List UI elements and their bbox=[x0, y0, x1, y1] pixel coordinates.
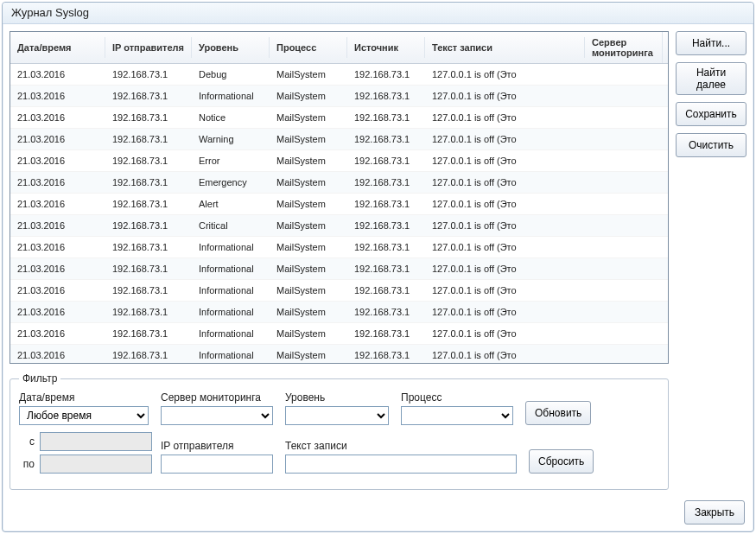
cell-text: 127.0.0.1 is off (Это bbox=[425, 323, 585, 344]
col-header-source[interactable]: Источник bbox=[347, 37, 425, 58]
cell-process: MailSystem bbox=[270, 150, 347, 171]
cell-ip: 192.168.73.1 bbox=[105, 194, 192, 214]
col-header-level[interactable]: Уровень bbox=[192, 37, 270, 58]
cell-source: 192.168.73.1 bbox=[347, 258, 425, 279]
table-row[interactable]: 21.03.2016192.168.73.1InformationalMailS… bbox=[10, 345, 668, 363]
cell-ip: 192.168.73.1 bbox=[105, 345, 192, 363]
col-header-monitor-server[interactable]: Сервер мониторинга bbox=[585, 32, 663, 63]
cell-level: Informational bbox=[192, 258, 270, 279]
col-header-text[interactable]: Текст записи bbox=[425, 37, 585, 58]
table-row[interactable]: 21.03.2016192.168.73.1AlertMailSystem192… bbox=[10, 194, 668, 215]
col-header-datetime[interactable]: Дата/время bbox=[10, 37, 105, 58]
filter-legend: Фильтр bbox=[19, 372, 60, 385]
table-row[interactable]: 21.03.2016192.168.73.1EmergencyMailSyste… bbox=[10, 172, 668, 194]
cell-source: 192.168.73.1 bbox=[347, 302, 425, 322]
filter-process-select[interactable] bbox=[401, 406, 513, 425]
cell-monitor-server bbox=[585, 307, 663, 317]
syslog-table: Дата/время IP отправителя Уровень Процес… bbox=[10, 31, 669, 364]
find-next-button[interactable]: Найти далее bbox=[676, 62, 746, 95]
cell-text: 127.0.0.1 is off (Это bbox=[425, 237, 585, 257]
cell-process: MailSystem bbox=[270, 280, 347, 301]
table-row[interactable]: 21.03.2016192.168.73.1ErrorMailSystem192… bbox=[10, 150, 668, 172]
cell-text: 127.0.0.1 is off (Это bbox=[425, 194, 585, 214]
find-button[interactable]: Найти... bbox=[676, 31, 746, 55]
cell-monitor-server bbox=[585, 156, 663, 166]
cell-process: MailSystem bbox=[270, 258, 347, 279]
table-row[interactable]: 21.03.2016192.168.73.1WarningMailSystem1… bbox=[10, 129, 668, 150]
cell-text: 127.0.0.1 is off (Это bbox=[425, 150, 585, 171]
cell-date: 21.03.2016 bbox=[10, 150, 105, 171]
refresh-button[interactable]: Обновить bbox=[525, 401, 591, 425]
table-row[interactable]: 21.03.2016192.168.73.1InformationalMailS… bbox=[10, 237, 668, 258]
footer: Закрыть bbox=[3, 497, 753, 531]
cell-monitor-server bbox=[585, 264, 663, 274]
table-row[interactable]: 21.03.2016192.168.73.1InformationalMailS… bbox=[10, 280, 668, 302]
filter-monitor-server-select[interactable] bbox=[161, 406, 273, 425]
cell-source: 192.168.73.1 bbox=[347, 237, 425, 257]
label-to: по bbox=[19, 458, 36, 470]
table-row[interactable]: 21.03.2016192.168.73.1InformationalMailS… bbox=[10, 86, 668, 107]
cell-source: 192.168.73.1 bbox=[347, 172, 425, 193]
cell-ip: 192.168.73.1 bbox=[105, 237, 192, 257]
titlebar[interactable]: Журнал Syslog bbox=[3, 3, 753, 24]
cell-date: 21.03.2016 bbox=[10, 86, 105, 106]
cell-level: Error bbox=[192, 150, 270, 171]
cell-process: MailSystem bbox=[270, 345, 347, 363]
cell-ip: 192.168.73.1 bbox=[105, 280, 192, 301]
cell-text: 127.0.0.1 is off (Это bbox=[425, 172, 585, 193]
cell-source: 192.168.73.1 bbox=[347, 129, 425, 149]
cell-level: Informational bbox=[192, 86, 270, 106]
filter-sender-ip-input[interactable] bbox=[161, 455, 273, 474]
side-buttons: Найти... Найти далее Сохранить Очистить bbox=[676, 31, 746, 490]
cell-source: 192.168.73.1 bbox=[347, 345, 425, 363]
table-body[interactable]: 21.03.2016192.168.73.1DebugMailSystem192… bbox=[10, 64, 668, 363]
cell-level: Informational bbox=[192, 280, 270, 301]
table-row[interactable]: 21.03.2016192.168.73.1InformationalMailS… bbox=[10, 258, 668, 280]
table-row[interactable]: 21.03.2016192.168.73.1InformationalMailS… bbox=[10, 323, 668, 345]
col-header-process[interactable]: Процесс bbox=[270, 37, 347, 58]
cell-source: 192.168.73.1 bbox=[347, 215, 425, 236]
save-button[interactable]: Сохранить bbox=[676, 102, 746, 126]
left-column: Дата/время IP отправителя Уровень Процес… bbox=[10, 31, 669, 490]
cell-monitor-server bbox=[585, 285, 663, 296]
label-monitor-server: Сервер мониторинга bbox=[161, 391, 273, 404]
filter-text-input[interactable] bbox=[285, 455, 517, 474]
cell-ip: 192.168.73.1 bbox=[105, 150, 192, 171]
cell-monitor-server bbox=[585, 69, 663, 79]
table-row[interactable]: 21.03.2016192.168.73.1CriticalMailSystem… bbox=[10, 215, 668, 237]
table-row[interactable]: 21.03.2016192.168.73.1NoticeMailSystem19… bbox=[10, 107, 668, 129]
table-header-row: Дата/время IP отправителя Уровень Процес… bbox=[10, 32, 668, 64]
cell-process: MailSystem bbox=[270, 129, 347, 149]
cell-level: Critical bbox=[192, 215, 270, 236]
cell-date: 21.03.2016 bbox=[10, 345, 105, 363]
cell-date: 21.03.2016 bbox=[10, 107, 105, 128]
cell-date: 21.03.2016 bbox=[10, 258, 105, 279]
cell-monitor-server bbox=[585, 134, 663, 144]
filter-datetime-select[interactable]: Любое время bbox=[19, 406, 149, 425]
cell-text: 127.0.0.1 is off (Это bbox=[425, 345, 585, 363]
cell-ip: 192.168.73.1 bbox=[105, 64, 192, 85]
cell-monitor-server bbox=[585, 112, 663, 123]
clear-button[interactable]: Очистить bbox=[676, 133, 746, 157]
close-button[interactable]: Закрыть bbox=[684, 500, 745, 524]
cell-source: 192.168.73.1 bbox=[347, 280, 425, 301]
table-row[interactable]: 21.03.2016192.168.73.1DebugMailSystem192… bbox=[10, 64, 668, 86]
cell-text: 127.0.0.1 is off (Это bbox=[425, 280, 585, 301]
cell-source: 192.168.73.1 bbox=[347, 107, 425, 128]
cell-date: 21.03.2016 bbox=[10, 194, 105, 214]
cell-level: Informational bbox=[192, 345, 270, 363]
label-level: Уровень bbox=[285, 391, 389, 404]
cell-source: 192.168.73.1 bbox=[347, 323, 425, 344]
cell-process: MailSystem bbox=[270, 107, 347, 128]
filter-level-select[interactable] bbox=[285, 406, 389, 425]
cell-text: 127.0.0.1 is off (Это bbox=[425, 302, 585, 322]
cell-date: 21.03.2016 bbox=[10, 323, 105, 344]
cell-text: 127.0.0.1 is off (Это bbox=[425, 215, 585, 236]
cell-process: MailSystem bbox=[270, 194, 347, 214]
label-sender-ip: IP отправителя bbox=[161, 440, 273, 452]
reset-button[interactable]: Сбросить bbox=[529, 449, 594, 474]
cell-level: Emergency bbox=[192, 172, 270, 193]
cell-monitor-server bbox=[585, 199, 663, 209]
col-header-sender-ip[interactable]: IP отправителя bbox=[105, 37, 192, 58]
table-row[interactable]: 21.03.2016192.168.73.1InformationalMailS… bbox=[10, 302, 668, 323]
